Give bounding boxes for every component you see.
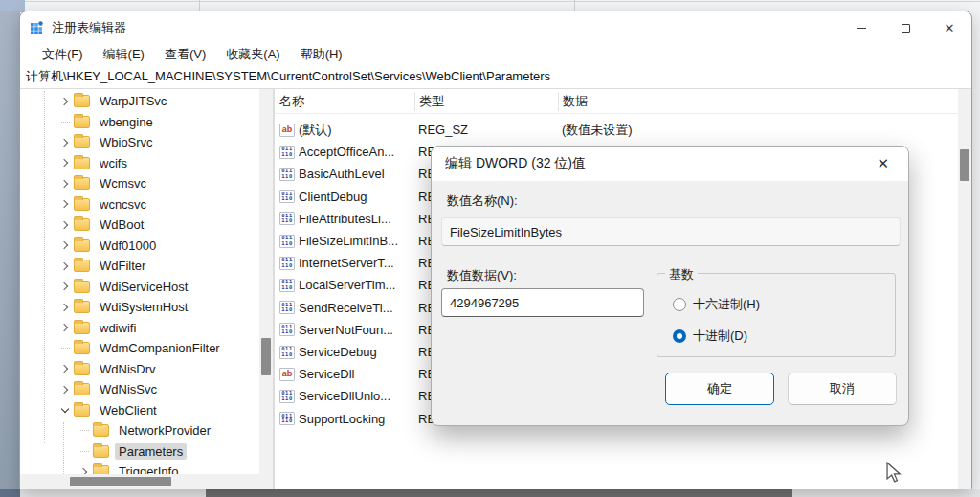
chevron-down-icon[interactable]	[56, 401, 74, 418]
tree-horizontal-scrollbar-thumb[interactable]	[70, 477, 171, 486]
tree-item-wcifs[interactable]: wcifs	[20, 153, 273, 174]
tree-vertical-scrollbar[interactable]	[259, 89, 273, 474]
base-group-label: 基数	[665, 266, 698, 283]
folder-icon	[74, 260, 90, 272]
menu-item-view[interactable]: 查看(V)	[165, 46, 206, 63]
tree-item-parameters[interactable]: Parameters	[20, 441, 273, 463]
column-separator[interactable]	[414, 92, 415, 111]
value-name-text: AcceptOfficeAn...	[295, 145, 394, 159]
tree-vertical-scrollbar-thumb[interactable]	[261, 338, 271, 375]
chevron-right-icon[interactable]	[56, 175, 74, 192]
minimize-button[interactable]	[839, 11, 883, 44]
value-name-cell: ab(默认)	[275, 122, 414, 139]
minimize-icon	[857, 28, 866, 29]
dword-bits: 110	[281, 285, 292, 291]
chevron-right-icon[interactable]	[56, 278, 74, 295]
chevron-right-icon[interactable]	[76, 463, 93, 474]
radio-selected-icon[interactable]	[673, 329, 686, 343]
tree-item-wcmsvc[interactable]: Wcmsvc	[20, 173, 273, 194]
tree-item-label: TriggerInfo	[115, 463, 182, 474]
value-name-text: ServiceDllUnlo...	[295, 389, 390, 403]
chevron-right-icon[interactable]	[56, 381, 74, 398]
folder-icon	[74, 177, 90, 190]
radio-label: 十进制(D)	[693, 328, 747, 345]
tree-connector	[56, 113, 74, 130]
column-header-type[interactable]: 类型	[414, 93, 558, 110]
chevron-right-icon[interactable]	[56, 93, 74, 110]
chevron-right-icon[interactable]	[56, 237, 74, 254]
radio-unselected-icon[interactable]	[673, 298, 686, 311]
tree-item-wdisystemhost[interactable]: WdiSystemHost	[20, 297, 273, 318]
folder-icon	[93, 424, 109, 437]
screen: 注册表编辑器 ✕ 文件(F)编辑(E)查看(V)收藏夹(A)帮助(H) 计算机\…	[0, 0, 980, 497]
radio-option-hex[interactable]: 十六进制(H)	[673, 296, 760, 313]
ok-button[interactable]: 确定	[665, 373, 774, 405]
folder-icon	[74, 239, 90, 252]
dword-bits: 110	[281, 241, 292, 247]
tree-item-wcncsvc[interactable]: wcncsvc	[20, 194, 273, 215]
tree-item-label: WdNisDrv	[96, 361, 160, 377]
reg-string-icon: ab	[279, 368, 295, 381]
menu-item-help[interactable]: 帮助(H)	[301, 46, 343, 63]
chevron-right-icon[interactable]	[56, 299, 74, 316]
tree-item-wdnissvc[interactable]: WdNisSvc	[20, 379, 273, 400]
dword-bits: 110	[281, 418, 292, 424]
maximize-button[interactable]	[883, 11, 927, 44]
tree-item-triggerinfo[interactable]: TriggerInfo	[20, 462, 273, 474]
radio-option-dec[interactable]: 十进制(D)	[673, 328, 747, 345]
list-vertical-scrollbar[interactable]	[958, 89, 971, 489]
cancel-button[interactable]: 取消	[788, 373, 897, 405]
tree-item-wdiservicehost[interactable]: WdiServiceHost	[20, 277, 273, 298]
reg-dword-icon: 011110	[279, 212, 295, 225]
value-name-field[interactable]: FileSizeLimitInBytes	[441, 217, 901, 246]
chevron-right-icon[interactable]	[56, 360, 74, 377]
reg-dword-icon: 011110	[279, 146, 295, 159]
menu-item-favorites[interactable]: 收藏夹(A)	[226, 46, 279, 63]
tree-item-wdmcompanionfilter[interactable]: WdmCompanionFilter	[20, 338, 273, 359]
dialog-title: 编辑 DWORD (32 位)值	[445, 155, 871, 172]
tree-item-wdiwifi[interactable]: wdiwifi	[20, 318, 273, 339]
value-name-label: 数值名称(N):	[447, 192, 518, 210]
close-button[interactable]: ✕	[927, 11, 971, 44]
tree-item-wdfilter[interactable]: WdFilter	[20, 256, 273, 277]
column-header-name[interactable]: 名称	[275, 93, 414, 110]
tree-item-wdf01000[interactable]: Wdf01000	[20, 236, 273, 257]
dialog-close-icon[interactable]: ✕	[871, 153, 895, 174]
dword-bits: 110	[281, 263, 292, 269]
folder-icon	[74, 404, 90, 417]
chevron-right-icon[interactable]	[56, 134, 74, 151]
tree-item-warpjitsvc[interactable]: WarpJITSvc	[20, 91, 273, 112]
column-separator[interactable]	[558, 92, 559, 111]
reg-dword-icon: 011110	[279, 390, 295, 403]
address-bar[interactable]: 计算机\HKEY_LOCAL_MACHINE\SYSTEM\CurrentCon…	[20, 65, 971, 89]
tree-item-wbengine[interactable]: wbengine	[20, 112, 273, 133]
tree-item-wbiosrvc[interactable]: WbioSrvc	[20, 132, 273, 153]
tree-connector	[76, 442, 93, 460]
tree-item-label: Wcmsvc	[96, 175, 150, 192]
tree-item-networkprovider[interactable]: NetworkProvider	[20, 420, 273, 441]
chevron-glyph	[61, 405, 69, 413]
value-name-cell: 011110FileSizeLimitInB...	[275, 234, 414, 248]
reg-dword-icon: 011110	[279, 323, 295, 336]
column-header-data[interactable]: 数据	[558, 93, 958, 110]
tree-item-label: NetworkProvider	[115, 422, 214, 439]
list-vertical-scrollbar-thumb[interactable]	[960, 149, 969, 181]
chevron-right-icon[interactable]	[56, 216, 74, 234]
dword-bits: 110	[281, 218, 292, 224]
menu-item-edit[interactable]: 编辑(E)	[103, 46, 145, 63]
tree-item-wdnisdrv[interactable]: WdNisDrv	[20, 359, 273, 380]
value-data-field[interactable]: 4294967295	[441, 288, 644, 317]
reg-dword-icon: 011110	[279, 346, 295, 359]
dword-bits: 110	[281, 329, 292, 335]
dotted-stub	[80, 430, 89, 431]
tree-item-wdboot[interactable]: WdBoot	[20, 215, 273, 236]
tree-item-webclient[interactable]: WebClient	[20, 400, 273, 421]
chevron-right-icon[interactable]	[56, 154, 74, 171]
title-bar: 注册表编辑器 ✕	[20, 11, 971, 44]
menu-item-file[interactable]: 文件(F)	[42, 46, 83, 63]
chevron-right-icon[interactable]	[56, 258, 74, 275]
tree-horizontal-scrollbar[interactable]	[20, 474, 259, 489]
value-row[interactable]: ab(默认)REG_SZ(数值未设置)	[275, 119, 958, 141]
chevron-right-icon[interactable]	[56, 195, 74, 213]
chevron-right-icon[interactable]	[56, 319, 74, 336]
